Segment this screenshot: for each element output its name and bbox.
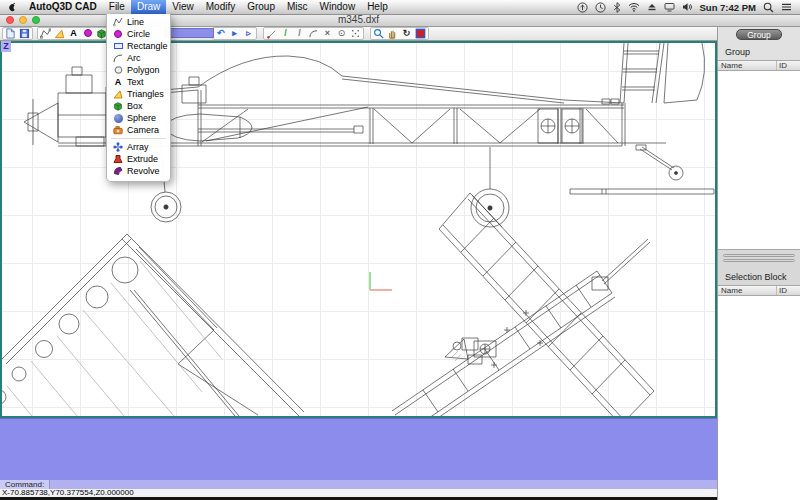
menu-item-array[interactable]: Array	[107, 141, 170, 153]
selection-block-list[interactable]	[718, 296, 800, 500]
menu-item-triangles[interactable]: Triangles	[107, 88, 170, 100]
menu-item-circle[interactable]: Circle	[107, 28, 170, 40]
toolbar-group-file	[2, 27, 33, 40]
triangles-tool-icon[interactable]	[53, 28, 66, 39]
menu-item-label: Text	[127, 77, 144, 87]
rectangle-icon	[113, 41, 123, 51]
extrude-icon	[113, 154, 123, 164]
play-alt-icon[interactable]: ▹	[242, 28, 255, 39]
pencil-icon[interactable]	[265, 28, 278, 39]
play-icon[interactable]: ▸	[228, 28, 241, 39]
splitter-bar	[723, 259, 795, 262]
menu-item-label: Camera	[127, 125, 159, 135]
orbit-icon[interactable]: ↻	[400, 28, 413, 39]
toolbar-group-history: ↶ ▸ ▹	[212, 27, 257, 40]
box-icon	[113, 101, 123, 111]
menubar-item-modify[interactable]: Modify	[200, 0, 241, 14]
group-table-header: Name ID	[718, 60, 800, 71]
panel-splitter[interactable]	[718, 250, 800, 265]
toolbar-group-view: ↻	[370, 27, 429, 40]
volume-icon[interactable]	[682, 2, 693, 12]
undo-icon[interactable]: ↶	[214, 28, 227, 39]
menubar-item-group[interactable]: Group	[241, 0, 281, 14]
text-icon: A	[113, 77, 123, 87]
menu-item-label: Extrude	[127, 154, 158, 164]
pan-hand-icon[interactable]	[386, 28, 399, 39]
menu-item-label: Triangles	[127, 89, 164, 99]
menu-item-label: Array	[127, 142, 149, 152]
column-header-name: Name	[718, 286, 776, 295]
selection-table-header: Name ID	[718, 285, 800, 296]
camera-icon	[113, 125, 123, 135]
sphere-icon	[113, 113, 123, 123]
menu-item-rectangle[interactable]: Rectangle	[107, 40, 170, 52]
menubar-item-draw[interactable]: Draw	[131, 0, 166, 14]
menu-item-revolve[interactable]: Revolve	[107, 165, 170, 177]
selection-block-heading: Selection Block	[718, 265, 800, 285]
menu-item-label: Arc	[127, 53, 141, 63]
group-list[interactable]	[718, 71, 800, 250]
menubar-item-misc[interactable]: Misc	[281, 0, 314, 14]
universal-access-icon[interactable]	[577, 2, 588, 13]
circle-icon	[113, 29, 123, 39]
apple-menu-icon[interactable]	[0, 2, 23, 13]
text-tool-icon[interactable]: A	[67, 28, 80, 39]
bottom-purple-panel	[0, 418, 717, 480]
menu-item-label: Box	[127, 101, 143, 111]
triangles-icon	[113, 89, 123, 99]
right-panel: Group Group Name ID Selection Block Name…	[717, 26, 800, 500]
menubar-item-view[interactable]: View	[166, 0, 200, 14]
eject-icon[interactable]	[647, 2, 657, 12]
menubar-item-file[interactable]: File	[103, 0, 131, 14]
polygon-icon	[113, 65, 123, 75]
menubar-status-area: Sun 7:42 PM	[577, 2, 800, 13]
menu-item-label: Line	[127, 17, 144, 27]
menu-item-polygon[interactable]: Polygon	[107, 64, 170, 76]
new-file-icon[interactable]	[4, 28, 17, 39]
menubar-item-window[interactable]: Window	[314, 0, 362, 14]
slash-green-icon[interactable]: /	[279, 28, 292, 39]
group-tab[interactable]: Group	[736, 29, 782, 40]
menu-item-box[interactable]: Box	[107, 100, 170, 112]
bluetooth-icon[interactable]	[613, 2, 621, 13]
display-icon[interactable]	[664, 2, 675, 12]
menu-item-label: Circle	[127, 29, 150, 39]
spotlight-search-icon[interactable]	[763, 2, 774, 13]
zoom-icon[interactable]	[372, 28, 385, 39]
menu-separator	[111, 138, 166, 139]
slash-icon[interactable]: /	[293, 28, 306, 39]
menu-item-extrude[interactable]: Extrude	[107, 153, 170, 165]
menu-item-line[interactable]: Line	[107, 16, 170, 28]
delete-icon[interactable]: ×	[321, 28, 334, 39]
revolve-icon	[113, 166, 123, 176]
wifi-icon[interactable]	[628, 2, 640, 12]
menu-item-label: Sphere	[127, 113, 156, 123]
menubar-item-help[interactable]: Help	[361, 0, 394, 14]
splitter-bar	[723, 254, 795, 257]
menu-item-label: Polygon	[127, 65, 160, 75]
circle-tool-icon[interactable]	[81, 28, 94, 39]
save-icon[interactable]	[18, 28, 31, 39]
menu-item-label: Rectangle	[127, 41, 168, 51]
group-section-heading: Group	[718, 42, 800, 60]
toolbar-group-edit: / / × ⊙	[263, 27, 364, 40]
arc-tool-icon[interactable]	[307, 28, 320, 39]
menu-item-text[interactable]: A Text	[107, 76, 170, 88]
menubar-clock[interactable]: Sun 7:42 PM	[700, 2, 757, 13]
draw-menu: Line Circle Rectangle Arc Polygon A Text…	[106, 14, 171, 182]
snap-circle-icon[interactable]: ⊙	[335, 28, 348, 39]
menu-item-label: Revolve	[127, 166, 160, 176]
column-header-name: Name	[718, 61, 776, 70]
column-header-id: ID	[776, 61, 800, 70]
line-tool-icon[interactable]	[39, 28, 52, 39]
menu-item-sphere[interactable]: Sphere	[107, 112, 170, 124]
notification-center-icon[interactable]	[781, 2, 792, 12]
line-icon	[113, 17, 123, 27]
menubar-app-name[interactable]: AutoQ3D CAD	[23, 0, 103, 14]
coordinate-readout: X-70.885738,Y70.377554,Z0.000000	[0, 489, 717, 497]
grid-dots-icon[interactable]	[349, 28, 362, 39]
clock-icon[interactable]	[595, 2, 606, 13]
menu-item-camera[interactable]: Camera	[107, 124, 170, 136]
menu-item-arc[interactable]: Arc	[107, 52, 170, 64]
render-icon[interactable]	[414, 28, 427, 39]
